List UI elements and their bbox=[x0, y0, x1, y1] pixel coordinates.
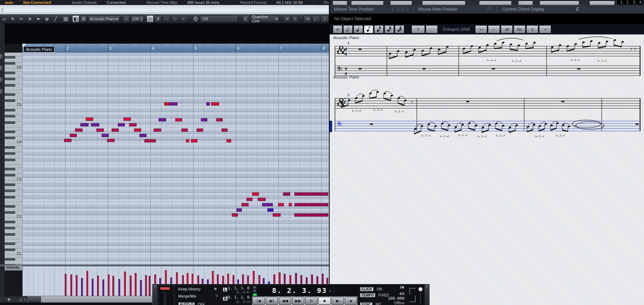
piano-key-black[interactable] bbox=[5, 109, 15, 111]
show-grid-button[interactable]: # bbox=[154, 15, 161, 22]
midi-note[interactable] bbox=[139, 134, 147, 137]
sidebar-knob[interactable] bbox=[0, 89, 3, 94]
velocity-bar[interactable] bbox=[149, 276, 150, 296]
level-slider-handle[interactable] bbox=[419, 287, 422, 291]
time-format-note-icon[interactable]: ♩ bbox=[329, 287, 334, 293]
transport-right-grip[interactable]: ▲ bbox=[425, 284, 429, 305]
show-part-borders-button[interactable]: ◧ bbox=[72, 15, 79, 22]
midi-note[interactable] bbox=[118, 123, 125, 126]
sidebar-knob[interactable] bbox=[0, 77, 3, 82]
step-input-icon[interactable]: ➞ bbox=[304, 15, 312, 22]
time-signature[interactable]: 4/4 bbox=[399, 292, 404, 296]
piano-key-black[interactable] bbox=[5, 221, 15, 223]
piano-key-black[interactable] bbox=[5, 258, 15, 261]
piano-keyboard[interactable]: C6C5C4C3C2C1 bbox=[5, 53, 22, 265]
velocity-bar[interactable] bbox=[65, 274, 66, 296]
note-value-1-button[interactable] bbox=[333, 25, 342, 33]
piano-key-black[interactable] bbox=[5, 174, 15, 176]
pencil-tool-icon[interactable]: ✎ bbox=[9, 16, 17, 22]
eraser-tool-icon[interactable]: ▱ bbox=[0, 16, 9, 22]
click-toggle[interactable]: CLICK ON bbox=[360, 285, 382, 292]
nudge-minus-button[interactable]: − bbox=[253, 289, 256, 293]
midi-note[interactable] bbox=[236, 208, 242, 212]
midi-note[interactable] bbox=[75, 129, 83, 132]
timeline-ruler[interactable]: Acoustic Piano 2345678 bbox=[22, 44, 329, 53]
cycle-mode-label[interactable]: Merge/Mix bbox=[178, 294, 196, 298]
midi-note[interactable] bbox=[86, 118, 93, 121]
midi-note[interactable] bbox=[164, 102, 170, 105]
piano-key-black[interactable] bbox=[5, 78, 15, 80]
velocity-bar[interactable] bbox=[140, 280, 142, 296]
go-start-button[interactable]: |◀ bbox=[252, 297, 265, 305]
piano-key-black[interactable] bbox=[5, 159, 15, 161]
midi-note[interactable] bbox=[186, 139, 189, 142]
partial-toolbar-button[interactable] bbox=[422, 1, 465, 5]
midi-note[interactable] bbox=[246, 198, 252, 201]
punch-in-icon[interactable]: ‖▷ bbox=[247, 290, 250, 294]
transport-left-grip[interactable]: ▲ bbox=[153, 284, 157, 305]
scroll-left-button[interactable]: ‹ bbox=[22, 296, 28, 303]
midi-note[interactable] bbox=[252, 192, 259, 196]
midi-note[interactable] bbox=[181, 129, 188, 132]
partial-toolbar-button[interactable] bbox=[589, 1, 615, 5]
piano-key-black[interactable] bbox=[5, 146, 15, 149]
meter-track[interactable] bbox=[163, 291, 166, 305]
primary-time-display[interactable]: 8. 2. 3. 93 bbox=[272, 286, 327, 295]
velocity-bar[interactable] bbox=[70, 274, 72, 296]
record-button[interactable]: ● bbox=[345, 297, 357, 305]
partial-toolbar-button[interactable] bbox=[539, 1, 579, 5]
forward-button[interactable]: ▶▶ bbox=[292, 297, 304, 305]
piano-key-black[interactable] bbox=[5, 152, 15, 155]
piano-key-black[interactable] bbox=[5, 249, 15, 251]
left-locator[interactable]: L bbox=[223, 286, 228, 292]
partial-toolbar-button[interactable] bbox=[518, 1, 533, 5]
sharp-button[interactable]: ♯ bbox=[526, 25, 538, 33]
velocity-bar[interactable] bbox=[76, 275, 78, 296]
piano-key-black[interactable] bbox=[5, 168, 15, 170]
midi-note[interactable] bbox=[289, 203, 292, 206]
controller-menu-button[interactable]: ◔ bbox=[291, 15, 298, 22]
zoom-tool-icon[interactable]: ⊕ bbox=[43, 16, 51, 22]
edit-active-part-button[interactable]: ≣ bbox=[80, 15, 87, 22]
velocity-bar[interactable] bbox=[135, 273, 137, 296]
glue-tool-icon[interactable]: ✒ bbox=[34, 16, 43, 22]
punch-out-icon[interactable]: ▷‖ bbox=[247, 300, 250, 303]
crossover-button[interactable]: ⤫ bbox=[147, 15, 154, 22]
dot-button[interactable]: · bbox=[426, 25, 438, 33]
enharm-off-button[interactable]: off bbox=[501, 25, 513, 33]
midi-note[interactable] bbox=[294, 213, 328, 217]
midi-note[interactable] bbox=[211, 102, 219, 105]
piano-key-black[interactable] bbox=[5, 137, 15, 139]
stop-button[interactable]: ■ bbox=[318, 297, 331, 305]
piano-key-black[interactable] bbox=[5, 72, 15, 74]
auto-quantize[interactable]: AUTO Q OFF bbox=[178, 301, 205, 305]
piano-key-black[interactable] bbox=[5, 131, 15, 133]
insert-velocity-button[interactable]: ♪ bbox=[123, 15, 130, 22]
crosshair-widget[interactable] bbox=[409, 288, 416, 294]
piano-key-black[interactable] bbox=[5, 211, 15, 214]
flat-button[interactable]: ♭ bbox=[488, 25, 500, 33]
note-value-32-button[interactable] bbox=[384, 25, 394, 33]
play-button[interactable]: ▶ bbox=[331, 297, 344, 305]
scrollbar-thumb[interactable] bbox=[28, 296, 41, 303]
rewind-button[interactable]: ◀◀ bbox=[279, 297, 291, 305]
piano-key-black[interactable] bbox=[5, 205, 15, 208]
piano-key-black[interactable] bbox=[5, 93, 15, 96]
left-locator-value[interactable]: 1. 1. 1. 0 bbox=[228, 286, 249, 290]
double-flat-button[interactable]: ♭♭ bbox=[475, 25, 487, 33]
length-quantize-dropdown[interactable]: Quantize Link ▾ bbox=[250, 15, 280, 22]
midi-note[interactable] bbox=[191, 139, 197, 142]
velocity-stepper[interactable]: 100 ▴▾ bbox=[131, 15, 144, 22]
note-value-4-button[interactable] bbox=[353, 25, 363, 33]
part-select-dropdown[interactable]: Acoustic Piano ▾ bbox=[88, 15, 120, 22]
sidebar-knob[interactable] bbox=[0, 65, 3, 71]
crosshair-widget[interactable] bbox=[409, 296, 416, 302]
midi-note[interactable] bbox=[70, 134, 77, 137]
velocity-bar[interactable] bbox=[86, 271, 88, 296]
midi-note[interactable] bbox=[294, 192, 328, 196]
line-tool-icon[interactable]: ╱ bbox=[51, 16, 60, 22]
sync-toggle[interactable]: SYNC INT bbox=[360, 301, 381, 305]
midi-note[interactable] bbox=[206, 102, 210, 105]
piano-key-black[interactable] bbox=[5, 243, 15, 245]
double-sharp-button[interactable]: × bbox=[539, 25, 551, 33]
